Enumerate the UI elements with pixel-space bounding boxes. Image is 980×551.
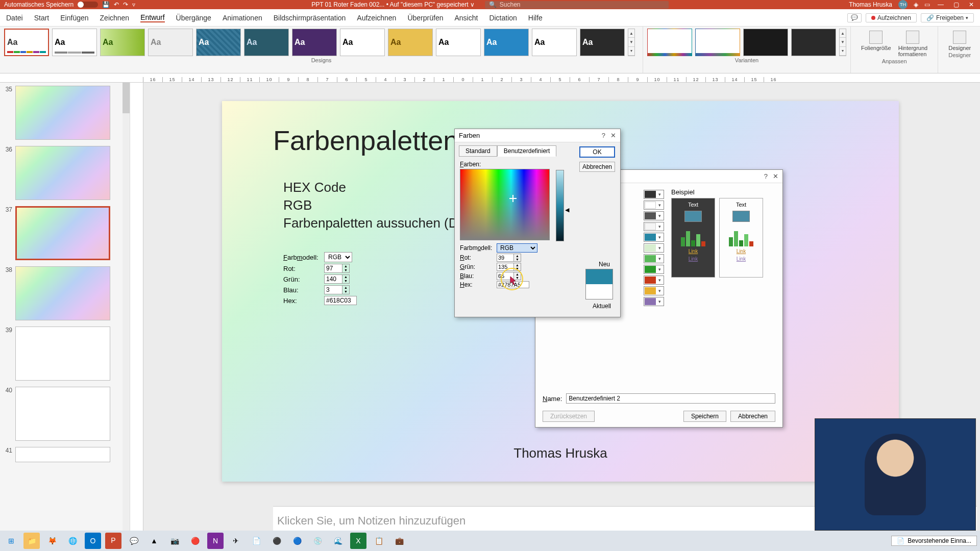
swatch-visited[interactable]: ▾ bbox=[644, 297, 664, 306]
green-input[interactable] bbox=[497, 263, 514, 271]
app-icon-4[interactable]: 📄 bbox=[248, 533, 264, 549]
explorer-icon[interactable]: 📁 bbox=[23, 533, 40, 549]
app-icon-8[interactable]: 💼 bbox=[391, 533, 407, 549]
tab-bildschirmpraesentation[interactable]: Bildschirmpräsentation bbox=[274, 14, 346, 22]
tab-datei[interactable]: Datei bbox=[6, 14, 23, 22]
chrome-icon[interactable]: 🌐 bbox=[64, 533, 81, 549]
vlc-icon[interactable]: ▲ bbox=[146, 533, 162, 549]
design-theme-9[interactable]: Aa bbox=[388, 29, 433, 56]
variant-1[interactable] bbox=[647, 29, 692, 56]
save-button[interactable]: Speichern bbox=[683, 411, 726, 422]
design-theme-1[interactable]: Aa bbox=[4, 29, 49, 56]
redo-icon[interactable]: ↷ bbox=[123, 1, 128, 8]
app-icon-5[interactable]: 🔵 bbox=[289, 533, 305, 549]
save-icon[interactable]: 💾 bbox=[102, 1, 110, 8]
design-theme-3[interactable]: Aa bbox=[100, 29, 145, 56]
powerpoint-icon[interactable]: P bbox=[105, 533, 121, 549]
swatch-accent4[interactable]: ▾ bbox=[644, 254, 664, 263]
tab-uebergaenge[interactable]: Übergänge bbox=[176, 14, 211, 22]
green-spinner[interactable]: ▲▼ bbox=[514, 263, 521, 271]
tab-entwurf[interactable]: Entwurf bbox=[140, 13, 164, 22]
swatch-accent5[interactable]: ▾ bbox=[644, 265, 664, 274]
design-theme-6[interactable]: Aa bbox=[244, 29, 289, 56]
design-theme-7[interactable]: Aa bbox=[292, 29, 337, 56]
swatch-text1[interactable]: ▾ bbox=[644, 190, 664, 199]
design-theme-4[interactable]: Aa bbox=[148, 29, 193, 56]
variant-4[interactable] bbox=[791, 29, 836, 56]
gradient-crosshair[interactable] bbox=[509, 195, 517, 202]
luminance-bar[interactable] bbox=[556, 170, 564, 241]
undo-icon[interactable]: ↶ bbox=[114, 1, 119, 8]
swatch-accent2[interactable]: ▾ bbox=[644, 243, 664, 253]
app-icon-2[interactable]: 📷 bbox=[166, 533, 183, 549]
app-icon-1[interactable]: 💬 bbox=[126, 533, 142, 549]
design-theme-11[interactable]: Aa bbox=[484, 29, 529, 56]
slide-title[interactable]: Farbenpaletten bbox=[273, 124, 458, 156]
variant-3[interactable] bbox=[743, 29, 788, 56]
designer-button[interactable]: Designer bbox=[948, 31, 971, 51]
thumbnail-39[interactable]: 39 bbox=[0, 323, 130, 384]
thumbnail-36[interactable]: 36 bbox=[0, 143, 130, 203]
variants-more[interactable]: ▲▼▾ bbox=[839, 29, 846, 56]
design-theme-12[interactable]: Aa bbox=[532, 29, 577, 56]
red-spinner[interactable]: ▲▼ bbox=[514, 254, 521, 262]
design-theme-13[interactable]: Aa bbox=[580, 29, 625, 56]
close-icon[interactable]: ✕ bbox=[773, 172, 778, 180]
app-icon-6[interactable]: 💿 bbox=[309, 533, 326, 549]
slide-body[interactable]: HEX Code RGB Farbenpaletten aussuchen (D… bbox=[283, 179, 480, 232]
design-theme-5[interactable]: Aa bbox=[196, 29, 241, 56]
swatch-accent6[interactable]: ▾ bbox=[644, 276, 664, 285]
swatch-bg2[interactable]: ▾ bbox=[644, 222, 664, 231]
tab-hilfe[interactable]: Hilfe bbox=[528, 14, 543, 22]
present-icon[interactable]: ◈ bbox=[914, 1, 918, 8]
design-theme-10[interactable]: Aa bbox=[436, 29, 481, 56]
close-icon[interactable]: ✕ bbox=[610, 132, 616, 139]
design-theme-8[interactable]: Aa bbox=[340, 29, 385, 56]
autosave-toggle[interactable] bbox=[78, 2, 98, 8]
outlook-icon[interactable]: O bbox=[85, 533, 101, 549]
tab-animationen[interactable]: Animationen bbox=[223, 14, 262, 22]
cancel-button[interactable]: Abbrechen bbox=[579, 162, 615, 172]
reset-button[interactable]: Zurücksetzen bbox=[543, 411, 595, 422]
firefox-icon[interactable]: 🦊 bbox=[44, 533, 60, 549]
swatch-text2[interactable]: ▾ bbox=[644, 211, 664, 220]
thumbnail-38[interactable]: 38 bbox=[0, 263, 130, 323]
edge-icon[interactable]: 🌊 bbox=[330, 533, 346, 549]
design-theme-2[interactable]: Aa bbox=[52, 29, 97, 56]
colors-dialog[interactable]: Farben ?✕ Standard Benutzerdefiniert OK … bbox=[454, 129, 621, 317]
tab-start[interactable]: Start bbox=[34, 14, 50, 22]
slide-size-button[interactable]: Foliengröße bbox=[861, 31, 891, 51]
ribbon-mode-icon[interactable]: ▭ bbox=[924, 1, 930, 8]
app-icon-7[interactable]: 📋 bbox=[371, 533, 387, 549]
theme-name-input[interactable] bbox=[566, 393, 775, 404]
swatch-bg1[interactable]: ▾ bbox=[644, 201, 664, 210]
color-gradient[interactable] bbox=[460, 169, 550, 240]
app-icon-3[interactable]: 🔴 bbox=[187, 533, 203, 549]
tab-custom[interactable]: Benutzerdefiniert bbox=[497, 145, 557, 157]
designs-more[interactable]: ▲▼▾ bbox=[628, 29, 635, 56]
tab-einfuegen[interactable]: Einfügen bbox=[60, 14, 88, 22]
search-box[interactable]: 🔍 bbox=[485, 1, 669, 9]
variant-2[interactable] bbox=[695, 29, 740, 56]
tab-dictation[interactable]: Dictation bbox=[489, 14, 517, 22]
thumbnail-41[interactable]: 41 bbox=[0, 444, 130, 465]
search-input[interactable] bbox=[500, 1, 665, 8]
windows-taskbar[interactable]: ⊞ 📁 🦊 🌐 O P 💬 ▲ 📷 🔴 N ✈ 📄 ⚫ 🔵 💿 🌊 X 📋 💼 … bbox=[0, 531, 980, 551]
tab-standard[interactable]: Standard bbox=[459, 145, 497, 157]
user-name[interactable]: Thomas Hruska bbox=[849, 1, 892, 8]
red-input[interactable] bbox=[497, 254, 514, 262]
document-title[interactable]: PPT 01 Roter Faden 002... • Auf "diesem … bbox=[311, 1, 475, 8]
thumbnail-35[interactable]: 35 bbox=[0, 83, 130, 143]
share-button[interactable]: 🔗Freigeben▾ bbox=[921, 13, 974, 22]
touch-icon[interactable]: ▿ bbox=[132, 1, 135, 8]
swatch-accent1[interactable]: ▾ bbox=[644, 233, 664, 242]
tab-ansicht[interactable]: Ansicht bbox=[454, 14, 478, 22]
maximize-button[interactable]: ▢ bbox=[951, 1, 961, 8]
close-button[interactable]: ✕ bbox=[967, 1, 976, 8]
ok-button[interactable]: OK bbox=[579, 146, 615, 158]
excel-icon[interactable]: X bbox=[350, 533, 366, 549]
swatch-link[interactable]: ▾ bbox=[644, 286, 664, 295]
colors-dialog-titlebar[interactable]: Farben ?✕ bbox=[455, 129, 620, 142]
help-icon[interactable]: ? bbox=[602, 132, 605, 139]
start-button[interactable]: ⊞ bbox=[3, 533, 19, 549]
